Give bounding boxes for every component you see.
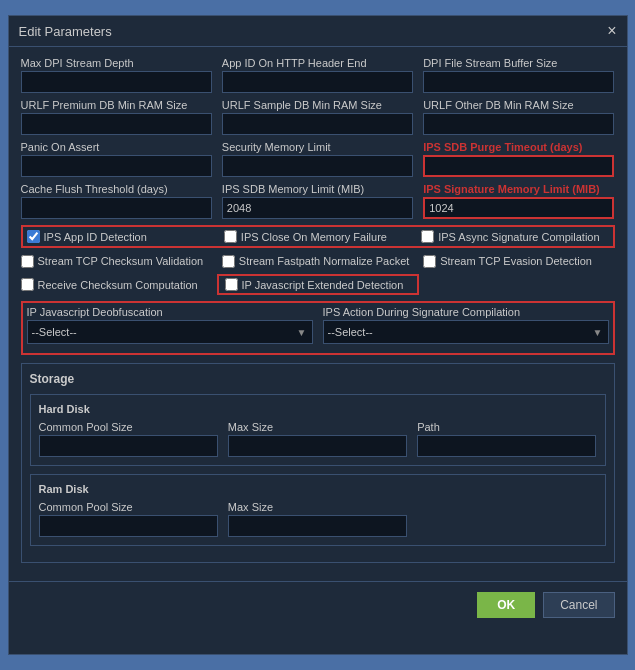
label-hard-disk-common-pool-size: Common Pool Size bbox=[39, 421, 218, 433]
close-button[interactable]: × bbox=[607, 22, 616, 40]
checkbox-ips-app-id-detection-input[interactable] bbox=[27, 230, 40, 243]
dialog-body: Max DPI Stream Depth App ID On HTTP Head… bbox=[9, 47, 627, 573]
field-panic-on-assert: Panic On Assert bbox=[21, 141, 212, 177]
label-ips-signature-memory-limit: IPS Signature Memory Limit (MIB) bbox=[423, 183, 614, 195]
input-ips-sdb-purge-timeout[interactable] bbox=[423, 155, 614, 177]
select-ip-javascript-deobfuscation[interactable]: --Select-- bbox=[27, 320, 313, 344]
hard-disk-title: Hard Disk bbox=[39, 403, 597, 415]
field-hard-disk-path: Path bbox=[417, 421, 596, 457]
checkbox-ip-javascript-extended-detection: IP Javascript Extended Detection bbox=[217, 274, 419, 295]
input-cache-flush-threshold[interactable] bbox=[21, 197, 212, 219]
input-hard-disk-common-pool-size[interactable] bbox=[39, 435, 218, 457]
checkbox-ips-async-signature-compilation: IPS Async Signature Compilation bbox=[421, 230, 608, 243]
checkbox-stream-tcp-checksum-validation-input[interactable] bbox=[21, 255, 34, 268]
dropdown-row-highlighted: IP Javascript Deobfuscation --Select-- ▼… bbox=[21, 301, 615, 355]
cancel-button[interactable]: Cancel bbox=[543, 592, 614, 618]
select-ips-action-during-signature-compilation[interactable]: --Select-- bbox=[323, 320, 609, 344]
input-ips-sdb-memory-limit[interactable] bbox=[222, 197, 413, 219]
checkbox-row-highlighted-1: IPS App ID Detection IPS Close On Memory… bbox=[21, 225, 615, 248]
checkbox-row-2: Stream TCP Checksum Validation Stream Fa… bbox=[21, 254, 615, 268]
field-urlf-premium-db-min-ram-size: URLF Premium DB Min RAM Size bbox=[21, 99, 212, 135]
input-urlf-premium-db-min-ram-size[interactable] bbox=[21, 113, 212, 135]
ram-disk-section: Ram Disk Common Pool Size Max Size bbox=[30, 474, 606, 546]
checkbox-receive-checksum-computation: Receive Checksum Computation bbox=[21, 278, 207, 291]
checkbox-stream-tcp-evasion-detection: Stream TCP Evasion Detection bbox=[423, 255, 614, 268]
row-2: URLF Premium DB Min RAM Size URLF Sample… bbox=[21, 99, 615, 135]
field-hard-disk-common-pool-size: Common Pool Size bbox=[39, 421, 218, 457]
checkbox-ips-close-on-memory-failure-input[interactable] bbox=[224, 230, 237, 243]
field-ram-disk-max-size: Max Size bbox=[228, 501, 407, 537]
input-security-memory-limit[interactable] bbox=[222, 155, 413, 177]
label-stream-fastpath-normalize-packet: Stream Fastpath Normalize Packet bbox=[239, 254, 410, 268]
label-ips-sdb-purge-timeout: IPS SDB Purge Timeout (days) bbox=[423, 141, 614, 153]
input-max-dpi-stream-depth[interactable] bbox=[21, 71, 212, 93]
checkbox-stream-tcp-checksum-validation: Stream TCP Checksum Validation bbox=[21, 254, 212, 268]
label-ram-disk-common-pool-size: Common Pool Size bbox=[39, 501, 218, 513]
dropdown-wrapper-ips-action: --Select-- ▼ bbox=[323, 320, 609, 344]
checkbox-ip-javascript-extended-detection-input[interactable] bbox=[225, 278, 238, 291]
label-cache-flush-threshold: Cache Flush Threshold (days) bbox=[21, 183, 212, 195]
field-ips-action-during-signature-compilation: IPS Action During Signature Compilation … bbox=[323, 306, 609, 344]
checkbox-stream-fastpath-normalize-packet-input[interactable] bbox=[222, 255, 235, 268]
field-cache-flush-threshold: Cache Flush Threshold (days) bbox=[21, 183, 212, 219]
input-hard-disk-max-size[interactable] bbox=[228, 435, 407, 457]
ok-button[interactable]: OK bbox=[477, 592, 535, 618]
dialog-header: Edit Parameters × bbox=[9, 16, 627, 47]
label-ips-sdb-memory-limit: IPS SDB Memory Limit (MIB) bbox=[222, 183, 413, 195]
label-ips-app-id-detection: IPS App ID Detection bbox=[44, 231, 147, 243]
field-ip-javascript-deobfuscation: IP Javascript Deobfuscation --Select-- ▼ bbox=[27, 306, 313, 344]
edit-parameters-dialog: Edit Parameters × Max DPI Stream Depth A… bbox=[8, 15, 628, 655]
row-4: Cache Flush Threshold (days) IPS SDB Mem… bbox=[21, 183, 615, 219]
label-max-dpi-stream-depth: Max DPI Stream Depth bbox=[21, 57, 212, 69]
input-ram-disk-common-pool-size[interactable] bbox=[39, 515, 218, 537]
input-urlf-sample-db-min-ram-size[interactable] bbox=[222, 113, 413, 135]
label-urlf-premium-db-min-ram-size: URLF Premium DB Min RAM Size bbox=[21, 99, 212, 111]
spacer-ram-disk bbox=[417, 501, 596, 537]
ram-disk-title: Ram Disk bbox=[39, 483, 597, 495]
label-urlf-other-db-min-ram-size: URLF Other DB Min RAM Size bbox=[423, 99, 614, 111]
label-urlf-sample-db-min-ram-size: URLF Sample DB Min RAM Size bbox=[222, 99, 413, 111]
ram-disk-row: Common Pool Size Max Size bbox=[39, 501, 597, 537]
input-panic-on-assert[interactable] bbox=[21, 155, 212, 177]
field-ram-disk-common-pool-size: Common Pool Size bbox=[39, 501, 218, 537]
checkbox-stream-fastpath-normalize-packet: Stream Fastpath Normalize Packet bbox=[222, 254, 413, 268]
dropdown-row: IP Javascript Deobfuscation --Select-- ▼… bbox=[27, 306, 609, 344]
label-hard-disk-path: Path bbox=[417, 421, 596, 433]
checkbox-ips-async-signature-compilation-input[interactable] bbox=[421, 230, 434, 243]
dropdown-wrapper-deobfuscation: --Select-- ▼ bbox=[27, 320, 313, 344]
dialog-footer: OK Cancel bbox=[9, 581, 627, 628]
input-ram-disk-max-size[interactable] bbox=[228, 515, 407, 537]
label-receive-checksum-computation: Receive Checksum Computation bbox=[38, 279, 198, 291]
field-urlf-sample-db-min-ram-size: URLF Sample DB Min RAM Size bbox=[222, 99, 413, 135]
field-hard-disk-max-size: Max Size bbox=[228, 421, 407, 457]
input-dpi-file-stream-buffer-size[interactable] bbox=[423, 71, 614, 93]
checkbox-stream-tcp-evasion-detection-input[interactable] bbox=[423, 255, 436, 268]
label-stream-tcp-evasion-detection: Stream TCP Evasion Detection bbox=[440, 255, 592, 267]
label-stream-tcp-checksum-validation: Stream TCP Checksum Validation bbox=[38, 254, 204, 268]
label-ips-action-during-signature-compilation: IPS Action During Signature Compilation bbox=[323, 306, 609, 318]
field-security-memory-limit: Security Memory Limit bbox=[222, 141, 413, 177]
hard-disk-section: Hard Disk Common Pool Size Max Size Path bbox=[30, 394, 606, 466]
input-ips-signature-memory-limit[interactable] bbox=[423, 197, 614, 219]
hard-disk-row: Common Pool Size Max Size Path bbox=[39, 421, 597, 457]
label-ram-disk-max-size: Max Size bbox=[228, 501, 407, 513]
row-1: Max DPI Stream Depth App ID On HTTP Head… bbox=[21, 57, 615, 93]
label-app-id-on-http-header-end: App ID On HTTP Header End bbox=[222, 57, 413, 69]
label-hard-disk-max-size: Max Size bbox=[228, 421, 407, 433]
input-urlf-other-db-min-ram-size[interactable] bbox=[423, 113, 614, 135]
checkbox-row-3: Receive Checksum Computation IP Javascri… bbox=[21, 274, 615, 295]
label-panic-on-assert: Panic On Assert bbox=[21, 141, 212, 153]
row-3: Panic On Assert Security Memory Limit IP… bbox=[21, 141, 615, 177]
input-hard-disk-path[interactable] bbox=[417, 435, 596, 457]
label-ip-javascript-deobfuscation: IP Javascript Deobfuscation bbox=[27, 306, 313, 318]
label-dpi-file-stream-buffer-size: DPI File Stream Buffer Size bbox=[423, 57, 614, 69]
storage-section: Storage Hard Disk Common Pool Size Max S… bbox=[21, 363, 615, 563]
checkbox-ips-close-on-memory-failure: IPS Close On Memory Failure bbox=[224, 230, 411, 243]
checkbox-receive-checksum-computation-input[interactable] bbox=[21, 278, 34, 291]
input-app-id-on-http-header-end[interactable] bbox=[222, 71, 413, 93]
field-ips-signature-memory-limit: IPS Signature Memory Limit (MIB) bbox=[423, 183, 614, 219]
label-ips-close-on-memory-failure: IPS Close On Memory Failure bbox=[241, 231, 387, 243]
field-urlf-other-db-min-ram-size: URLF Other DB Min RAM Size bbox=[423, 99, 614, 135]
checkbox-ips-app-id-detection: IPS App ID Detection bbox=[27, 230, 214, 243]
label-ip-javascript-extended-detection: IP Javascript Extended Detection bbox=[242, 279, 404, 291]
